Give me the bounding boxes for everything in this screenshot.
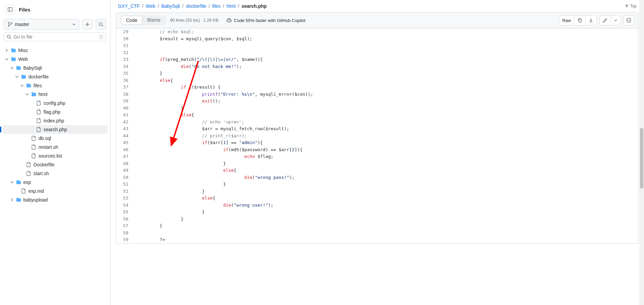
tree-folder[interactable]: dockerfile: [3, 72, 107, 81]
tree-folder[interactable]: Misc: [3, 46, 107, 55]
line-content[interactable]: die("wrong pass!");: [135, 174, 638, 181]
line-content[interactable]: }: [135, 105, 638, 112]
line-content[interactable]: $arr = mysqli_fetch_row($result);: [135, 125, 638, 133]
line-content[interactable]: if (!$result) {: [135, 84, 638, 91]
file-tree[interactable]: MiscWebBabySqlidockerfilefileshtmlconfig…: [0, 45, 110, 305]
line-number[interactable]: 45: [116, 139, 135, 146]
line-number[interactable]: 42: [116, 119, 135, 126]
line-number[interactable]: 32: [116, 49, 135, 56]
tree-file[interactable]: config.php: [3, 99, 107, 108]
line-content[interactable]: if(md5($password) == $arr[2]){: [135, 146, 638, 154]
go-to-file-input-wrap[interactable]: t: [4, 32, 106, 41]
download-button[interactable]: [586, 16, 596, 25]
line-number[interactable]: 44: [116, 133, 135, 140]
tree-folder[interactable]: BabySqli: [3, 64, 107, 72]
line-content[interactable]: }: [135, 222, 638, 230]
tree-folder[interactable]: html: [3, 90, 107, 99]
line-content[interactable]: // print_r($arr);: [135, 133, 638, 140]
raw-button[interactable]: Raw: [559, 16, 574, 25]
tree-file[interactable]: start.sh: [3, 169, 107, 178]
tree-folder[interactable]: exp: [3, 178, 107, 187]
breadcrumb-link[interactable]: GXY_CTF: [118, 3, 140, 9]
line-number[interactable]: 58: [116, 230, 135, 237]
line-number[interactable]: 40: [116, 105, 135, 112]
line-number[interactable]: 31: [116, 42, 135, 49]
line-content[interactable]: if(preg_match("/\(|\)|\=|or/", $name)){: [135, 56, 638, 63]
breadcrumb-link[interactable]: dockerfile: [186, 3, 206, 9]
line-content[interactable]: // echo $sql;: [135, 28, 638, 36]
add-file-button[interactable]: [82, 19, 93, 30]
line-content[interactable]: echo $flag;: [135, 153, 638, 160]
line-content[interactable]: exit();: [135, 98, 638, 105]
line-number[interactable]: 59: [116, 236, 135, 243]
line-content[interactable]: die("do not hack me!");: [135, 63, 638, 70]
line-content[interactable]: else{: [135, 195, 638, 202]
line-number[interactable]: 33: [116, 56, 135, 63]
line-number[interactable]: 34: [116, 63, 135, 70]
code-viewer[interactable]: 29 // echo $sql;30 $result = mysqli_quer…: [116, 28, 639, 244]
breadcrumb-link[interactable]: Web: [146, 3, 155, 9]
line-content[interactable]: [135, 49, 638, 56]
line-content[interactable]: $result = mysqli_query($con, $sql);: [135, 36, 638, 43]
edit-button[interactable]: [600, 16, 611, 25]
line-number[interactable]: 37: [116, 84, 135, 91]
line-content[interactable]: [135, 42, 638, 49]
search-button[interactable]: [96, 19, 106, 30]
line-number[interactable]: 41: [116, 112, 135, 119]
breadcrumb-link[interactable]: BabySqli: [161, 3, 180, 9]
line-number[interactable]: 48: [116, 160, 135, 167]
tree-file[interactable]: sources.list: [3, 151, 107, 160]
line-number[interactable]: 49: [116, 167, 135, 174]
tab-blame[interactable]: Blame: [142, 16, 165, 25]
line-number[interactable]: 38: [116, 91, 135, 98]
symbols-button[interactable]: [623, 15, 634, 25]
tree-file[interactable]: search.php: [3, 125, 107, 134]
tree-file[interactable]: Dockerfile: [3, 160, 107, 169]
tree-file[interactable]: index.php: [3, 116, 107, 125]
copy-button[interactable]: [574, 16, 586, 25]
line-number[interactable]: 53: [116, 195, 135, 202]
line-number[interactable]: 51: [116, 181, 135, 188]
line-number[interactable]: 43: [116, 125, 135, 133]
line-number[interactable]: 36: [116, 77, 135, 84]
line-content[interactable]: if($arr[1] == "admin"){: [135, 139, 638, 146]
edit-menu-button[interactable]: [611, 16, 620, 25]
branch-select-button[interactable]: master: [4, 19, 79, 30]
breadcrumb-link[interactable]: html: [227, 3, 236, 9]
tree-file[interactable]: exp.md: [3, 187, 107, 195]
line-number[interactable]: 30: [116, 36, 135, 43]
line-content[interactable]: die("wrong user!");: [135, 202, 638, 209]
scroll-to-top-button[interactable]: Top: [625, 4, 637, 8]
line-number[interactable]: 35: [116, 70, 135, 77]
line-number[interactable]: 55: [116, 209, 135, 216]
line-number[interactable]: 46: [116, 146, 135, 154]
tree-file[interactable]: restart.sh: [3, 143, 107, 151]
line-content[interactable]: else{: [135, 167, 638, 174]
line-content[interactable]: else{: [135, 112, 638, 119]
line-content[interactable]: printf("Error: %s\n", mysqli_error($con)…: [135, 91, 638, 98]
line-content[interactable]: }: [135, 209, 638, 216]
line-content[interactable]: else{: [135, 77, 638, 84]
line-number[interactable]: 54: [116, 202, 135, 209]
line-content[interactable]: }: [135, 188, 638, 195]
line-content[interactable]: [135, 230, 638, 237]
line-content[interactable]: }: [135, 160, 638, 167]
line-number[interactable]: 50: [116, 174, 135, 181]
line-content[interactable]: }: [135, 181, 638, 188]
tree-file[interactable]: db.sql: [3, 134, 107, 143]
tree-folder[interactable]: Web: [3, 55, 107, 64]
line-content[interactable]: // echo '<pre>';: [135, 119, 638, 126]
line-number[interactable]: 29: [116, 28, 135, 36]
line-number[interactable]: 39: [116, 98, 135, 105]
tree-file[interactable]: flag.php: [3, 108, 107, 116]
tab-code[interactable]: Code: [121, 16, 142, 25]
line-content[interactable]: ?>: [135, 236, 638, 243]
line-number[interactable]: 57: [116, 222, 135, 230]
tree-folder[interactable]: files: [3, 81, 107, 90]
scrollbar[interactable]: [639, 0, 644, 305]
copilot-prompt[interactable]: Code 55% faster with GitHub Copilot: [226, 18, 305, 23]
line-number[interactable]: 56: [116, 216, 135, 223]
scrollbar-thumb[interactable]: [640, 128, 643, 189]
go-to-file-input[interactable]: [14, 34, 97, 40]
tree-folder[interactable]: babyupload: [3, 195, 107, 204]
